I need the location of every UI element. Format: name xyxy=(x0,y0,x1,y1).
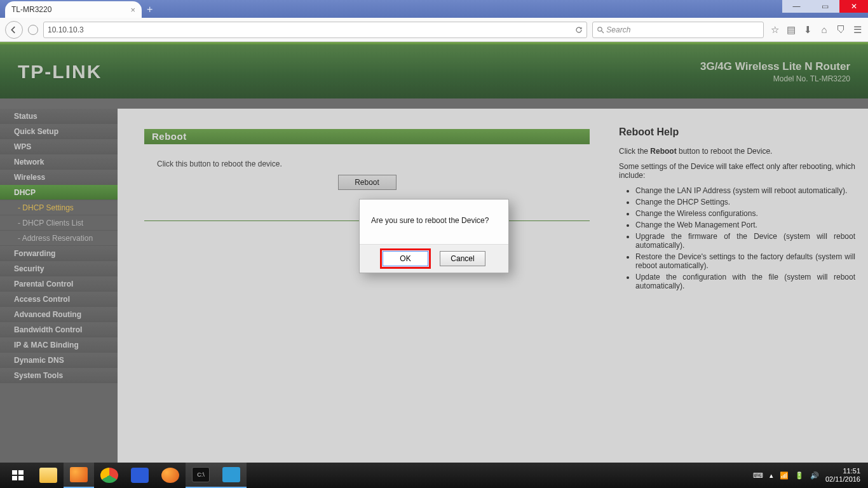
dialog-ok-button[interactable]: OK xyxy=(383,251,428,266)
help-bullet: Change the Wireless configurations. xyxy=(635,209,855,218)
search-icon xyxy=(597,26,604,34)
newtab-button[interactable]: + xyxy=(147,4,153,15)
taskbar-app[interactable] xyxy=(216,463,247,488)
clock-date: 02/11/2016 xyxy=(825,475,860,484)
firefox-icon xyxy=(70,467,88,482)
taskbar-chrome[interactable] xyxy=(94,463,125,488)
start-button[interactable] xyxy=(3,463,33,488)
clipboard-icon[interactable]: ▤ xyxy=(785,24,797,36)
window-minimize-button[interactable]: — xyxy=(782,0,811,13)
taskbar-firefox2[interactable] xyxy=(155,463,186,488)
taskbar: C:\ ⌨ ▴ 📶 🔋 🔊 11:51 02/11/2016 xyxy=(0,463,868,488)
help-bullet: Restore the Device's settings to the fac… xyxy=(635,252,855,270)
sidebar-item-status[interactable]: Status xyxy=(0,109,118,124)
window-controls: — ▭ ✕ xyxy=(782,0,868,13)
firefox-icon xyxy=(161,468,179,483)
sidebar-item-access-control[interactable]: Access Control xyxy=(0,292,118,307)
sidebar-item-quicksetup[interactable]: Quick Setup xyxy=(0,124,118,139)
sidebar: Status Quick Setup WPS Network Wireless … xyxy=(0,109,118,488)
help-bullet: Change the LAN IP Address (system will r… xyxy=(635,186,855,195)
product-name: 3G/4G Wireless Lite N Router xyxy=(700,60,850,73)
svg-rect-1 xyxy=(12,470,17,475)
reload-icon[interactable] xyxy=(575,26,583,34)
tab-title: TL-MR3220 xyxy=(11,5,51,14)
volume-icon[interactable]: 🔊 xyxy=(810,471,819,480)
window-maximize-button[interactable]: ▭ xyxy=(811,0,839,13)
taskbar-explorer[interactable] xyxy=(33,463,64,488)
network-icon[interactable]: 📶 xyxy=(780,471,789,480)
dialog-cancel-button[interactable]: Cancel xyxy=(440,251,485,266)
sidebar-item-ipmac[interactable]: IP & MAC Binding xyxy=(0,337,118,353)
arrow-left-icon xyxy=(10,26,18,34)
browser-titlebar: TL-MR3220 × + — ▭ ✕ xyxy=(0,0,868,18)
sidebar-item-dhcp[interactable]: DHCP xyxy=(0,185,118,200)
app-icon xyxy=(222,467,240,482)
url-text: 10.10.10.3 xyxy=(48,25,84,34)
brand-logo: TP-LINK xyxy=(18,61,102,83)
help-bullet: Change the DHCP Settings. xyxy=(635,198,855,207)
sidebar-item-dhcp-settings[interactable]: - DHCP Settings xyxy=(0,200,118,215)
search-placeholder: Search xyxy=(606,25,630,34)
help-p2: Some settings of the Device will take ef… xyxy=(619,162,855,180)
help-bullet: Update the configuration with the file (… xyxy=(635,273,855,290)
page-body: TP-LINK 3G/4G Wireless Lite N Router Mod… xyxy=(0,44,868,488)
tab-close-icon[interactable]: × xyxy=(130,5,135,15)
sidebar-item-forwarding[interactable]: Forwarding xyxy=(0,246,118,261)
globe-icon xyxy=(28,25,38,35)
nav-back-button[interactable] xyxy=(5,21,23,39)
browser-tab[interactable]: TL-MR3220 × xyxy=(5,1,142,18)
chrome-icon xyxy=(100,468,118,483)
sidebar-item-wireless[interactable]: Wireless xyxy=(0,170,118,185)
svg-rect-2 xyxy=(18,470,24,475)
help-title: Reboot Help xyxy=(619,126,855,138)
sidebar-item-ddns[interactable]: Dynamic DNS xyxy=(0,353,118,368)
sidebar-item-wps[interactable]: WPS xyxy=(0,139,118,154)
bookmark-star-icon[interactable]: ☆ xyxy=(769,24,780,36)
svg-point-0 xyxy=(598,27,602,30)
taskbar-virtualbox[interactable] xyxy=(125,463,155,488)
sidebar-item-dhcp-clients[interactable]: - DHCP Clients List xyxy=(0,215,118,231)
sidebar-item-bandwidth[interactable]: Bandwidth Control xyxy=(0,322,118,337)
dialog-message: Are you sure to reboot the Device? xyxy=(360,200,508,244)
main-panel: Reboot Click this button to reboot the d… xyxy=(126,109,607,488)
sidebar-item-address-reservation[interactable]: - Address Reservation xyxy=(0,231,118,246)
sidebar-item-security[interactable]: Security xyxy=(0,261,118,276)
clock[interactable]: 11:51 02/11/2016 xyxy=(825,467,860,484)
browser-toolbar: 10.10.10.3 Search ☆ ▤ ⬇ ⌂ ⛉ ☰ xyxy=(0,18,868,42)
url-bar[interactable]: 10.10.10.3 xyxy=(43,22,587,38)
sidebar-item-advanced-routing[interactable]: Advanced Routing xyxy=(0,307,118,322)
clock-time: 11:51 xyxy=(825,467,860,475)
reboot-button[interactable]: Reboot xyxy=(338,175,397,190)
taskbar-firefox[interactable] xyxy=(64,463,94,488)
windows-icon xyxy=(11,468,25,482)
virtualbox-icon xyxy=(131,468,149,483)
help-list: Change the LAN IP Address (system will r… xyxy=(619,186,855,290)
confirm-dialog: Are you sure to reboot the Device? OK Ca… xyxy=(359,199,509,273)
pocket-icon[interactable]: ⛉ xyxy=(835,24,846,35)
downloads-icon[interactable]: ⬇ xyxy=(802,24,813,36)
home-icon[interactable]: ⌂ xyxy=(818,24,830,35)
panel-title: Reboot xyxy=(144,129,590,144)
help-bullet: Upgrade the firmware of the Device (syst… xyxy=(635,232,855,250)
menu-icon[interactable]: ☰ xyxy=(851,24,863,36)
svg-rect-4 xyxy=(18,476,24,480)
sidebar-item-network[interactable]: Network xyxy=(0,154,118,170)
sidebar-item-parental[interactable]: Parental Control xyxy=(0,276,118,292)
battery-icon[interactable]: 🔋 xyxy=(795,471,804,480)
help-bullet: Change the Web Management Port. xyxy=(635,220,855,229)
svg-rect-3 xyxy=(12,476,17,480)
panel-text: Click this button to reboot the device. xyxy=(157,159,577,168)
search-bar[interactable]: Search xyxy=(592,22,764,38)
help-panel: Reboot Help Click the Reboot button to r… xyxy=(607,109,868,488)
keyboard-icon[interactable]: ⌨ xyxy=(753,471,763,480)
window-close-button[interactable]: ✕ xyxy=(839,0,868,13)
taskbar-cmd[interactable]: C:\ xyxy=(186,463,216,488)
router-header: TP-LINK 3G/4G Wireless Lite N Router Mod… xyxy=(0,44,868,109)
sidebar-item-systemtools[interactable]: System Tools xyxy=(0,368,118,383)
help-p1: Click the Reboot button to reboot the De… xyxy=(619,147,855,156)
folder-icon xyxy=(39,468,57,483)
tray-chevron-icon[interactable]: ▴ xyxy=(770,471,773,480)
model-number: Model No. TL-MR3220 xyxy=(700,74,850,83)
system-tray: ⌨ ▴ 📶 🔋 🔊 11:51 02/11/2016 xyxy=(753,467,865,484)
cmd-icon: C:\ xyxy=(192,467,210,482)
